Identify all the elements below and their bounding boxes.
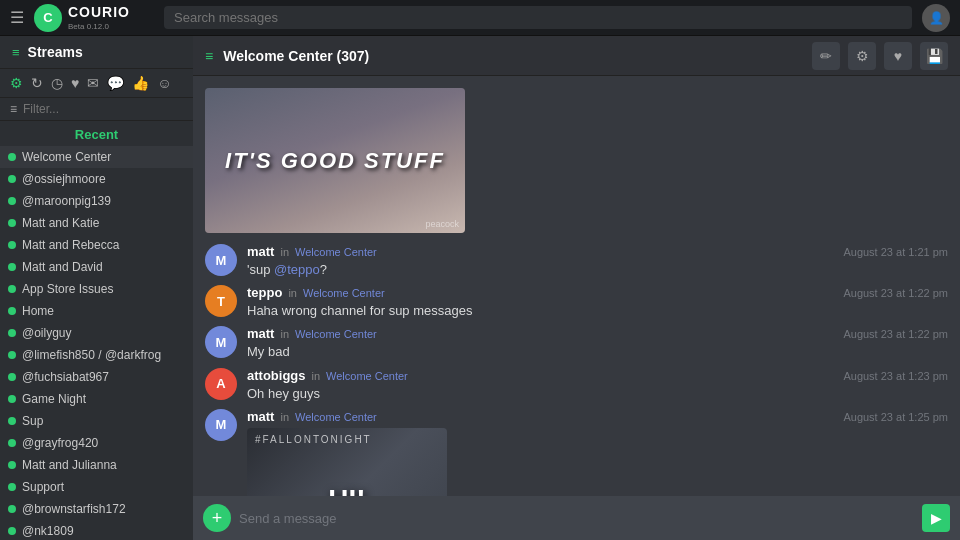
message-author: attobiggs (247, 368, 306, 383)
sidebar-item-label: @fuchsiabat967 (22, 370, 172, 384)
save-icon[interactable]: 💾 (920, 42, 948, 70)
sidebar-item-label: Welcome Center (22, 150, 172, 164)
sidebar-item-label: Support (22, 480, 172, 494)
filter-icon: ≡ (10, 102, 17, 116)
sidebar-item[interactable]: @ossiejhmoore ••• (0, 168, 193, 190)
sidebar-item[interactable]: @oilyguy ••• (0, 322, 193, 344)
user-avatar: M (205, 409, 237, 441)
messages-list: M matt in Welcome Center August 23 at 1:… (193, 241, 960, 496)
message-time: August 23 at 1:22 pm (843, 287, 948, 299)
add-message-button[interactable]: + (203, 504, 231, 532)
message-row: M matt in Welcome Center August 23 at 1:… (193, 406, 960, 496)
logo-name: COURIO (68, 4, 130, 20)
filter-input[interactable] (23, 102, 173, 116)
sidebar-item-label: @oilyguy (22, 326, 172, 340)
online-dot (8, 483, 16, 491)
top-gif-image: IT'S GOOD STUFF peacock (205, 88, 465, 233)
sidebar-item-label: @ossiejhmoore (22, 172, 172, 186)
message-meta: matt in Welcome Center August 23 at 1:21… (247, 244, 948, 259)
sidebar-item[interactable]: @limefish850 / @darkfrog ••• (0, 344, 193, 366)
message-channel[interactable]: Welcome Center (303, 287, 385, 299)
main-layout: ≡ Streams ⚙ ↻ ◷ ♥ ✉ 💬 👍 ☺ ≡ Recent Welco… (0, 36, 960, 540)
message-text: 'sup @teppo? (247, 261, 948, 279)
sidebar-item[interactable]: Support ••• (0, 476, 193, 498)
top-gif: IT'S GOOD STUFF peacock (205, 88, 465, 233)
message-row: M matt in Welcome Center August 23 at 1:… (193, 241, 960, 282)
thumbs-up-icon[interactable]: 👍 (132, 75, 149, 91)
online-dot (8, 505, 16, 513)
channel-icon: ≡ (205, 48, 213, 64)
online-dot (8, 153, 16, 161)
message-time: August 23 at 1:23 pm (843, 370, 948, 382)
sidebar-item[interactable]: @maroonpig139 ••• (0, 190, 193, 212)
online-dot (8, 241, 16, 249)
logo-version: Beta 0.12.0 (68, 22, 130, 31)
message-time: August 23 at 1:21 pm (843, 246, 948, 258)
gif-label: HI! (328, 484, 365, 496)
sidebar-item[interactable]: Home ••• (0, 300, 193, 322)
message-time: August 23 at 1:22 pm (843, 328, 948, 340)
message-channel[interactable]: Welcome Center (295, 411, 377, 423)
search-input[interactable] (164, 6, 912, 29)
sidebar-item[interactable]: App Store Issues ••• (0, 278, 193, 300)
avatar[interactable]: 👤 (922, 4, 950, 32)
sidebar-title: Streams (28, 44, 181, 60)
sidebar-item[interactable]: Welcome Center ••• (0, 146, 193, 168)
message-meta: attobiggs in Welcome Center August 23 at… (247, 368, 948, 383)
message-author: teppo (247, 285, 282, 300)
online-dot (8, 219, 16, 227)
sidebar-header: ≡ Streams (0, 36, 193, 69)
hamburger-icon[interactable]: ☰ (10, 8, 24, 27)
online-dot (8, 417, 16, 425)
heart-icon[interactable]: ♥ (71, 75, 79, 91)
chat-icon[interactable]: 💬 (107, 75, 124, 91)
send-button[interactable]: ▶ (922, 504, 950, 532)
sidebar-toolbar: ⚙ ↻ ◷ ♥ ✉ 💬 👍 ☺ (0, 69, 193, 98)
sidebar-item[interactable]: @brownstarfish172 ••• (0, 498, 193, 520)
top-gif-text: IT'S GOOD STUFF (225, 148, 445, 174)
refresh-icon[interactable]: ↻ (31, 75, 43, 91)
sidebar-item-label: Game Night (22, 392, 172, 406)
message-channel[interactable]: Welcome Center (326, 370, 408, 382)
sidebar-item-label: @brownstarfish172 (22, 502, 172, 516)
message-in: in (280, 411, 289, 423)
sidebar-item[interactable]: Matt and Rebecca ••• (0, 234, 193, 256)
edit-icon[interactable]: ✏ (812, 42, 840, 70)
sidebar-item-label: Sup (22, 414, 172, 428)
envelope-icon[interactable]: ✉ (87, 75, 99, 91)
settings-icon[interactable]: ⚙ (10, 75, 23, 91)
sidebar-item-label: Home (22, 304, 172, 318)
sidebar-item-label: App Store Issues (22, 282, 172, 296)
sidebar-item[interactable]: Matt and Katie ••• (0, 212, 193, 234)
sidebar-item[interactable]: Matt and Julianna ••• (0, 454, 193, 476)
message-content: matt in Welcome Center August 23 at 1:25… (247, 409, 948, 496)
streams-icon: ≡ (12, 45, 20, 60)
fingerprint-icon[interactable]: ⚙ (848, 42, 876, 70)
sidebar-item[interactable]: Matt and David ••• (0, 256, 193, 278)
message-content: matt in Welcome Center August 23 at 1:22… (247, 326, 948, 361)
emoji-icon[interactable]: ☺ (157, 75, 171, 91)
sidebar-item[interactable]: @grayfrog420 ••• (0, 432, 193, 454)
sidebar-item[interactable]: Sup ••• (0, 410, 193, 432)
message-channel[interactable]: Welcome Center (295, 246, 377, 258)
sidebar-item-label: Matt and Julianna (22, 458, 172, 472)
sidebar-item-label: Matt and David (22, 260, 172, 274)
message-time: August 23 at 1:25 pm (843, 411, 948, 423)
message-in: in (288, 287, 297, 299)
message-input[interactable] (239, 511, 914, 526)
sidebar-item[interactable]: @nk1809 ••• (0, 520, 193, 540)
channel-area: ≡ Welcome Center (307) ✏ ⚙ ♥ 💾 IT'S GOOD… (193, 36, 960, 540)
sidebar-item-label: @grayfrog420 (22, 436, 172, 450)
channel-heart-icon[interactable]: ♥ (884, 42, 912, 70)
sidebar-item[interactable]: Game Night ••• (0, 388, 193, 410)
clock-icon[interactable]: ◷ (51, 75, 63, 91)
message-channel[interactable]: Welcome Center (295, 328, 377, 340)
sidebar-item[interactable]: @fuchsiabat967 ••• (0, 366, 193, 388)
online-dot (8, 263, 16, 271)
message-content: teppo in Welcome Center August 23 at 1:2… (247, 285, 948, 320)
online-dot (8, 307, 16, 315)
message-input-bar: + ▶ (193, 496, 960, 540)
user-avatar: A (205, 368, 237, 400)
sidebar-item-label: Matt and Katie (22, 216, 172, 230)
online-dot (8, 439, 16, 447)
